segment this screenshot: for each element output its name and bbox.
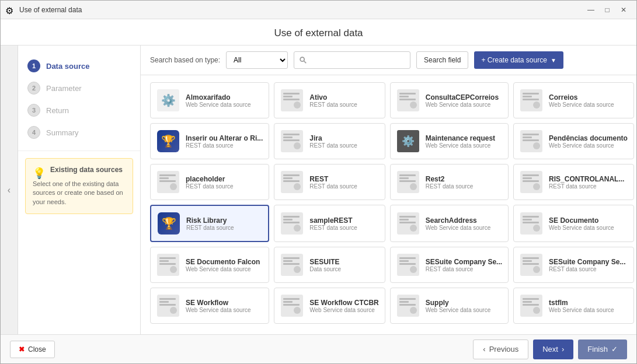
card-icon: [280, 212, 304, 235]
sidebar-divider: [18, 150, 140, 151]
svg-line-1: [304, 61, 307, 64]
data-card-24[interactable]: tstflm Web Service data source: [513, 288, 634, 324]
card-name: SESuite Company Se...: [426, 258, 502, 266]
data-card-17[interactable]: SE Documento Falcon Web Service data sou…: [150, 247, 269, 283]
card-type: REST data source: [426, 183, 474, 190]
card-info: ConsultaCEPCorreios Web Service data sou…: [426, 93, 499, 108]
window-title: Use of external data: [19, 6, 583, 14]
data-card-7[interactable]: ⚙️ Maintenance request Web Service data …: [390, 123, 509, 159]
card-icon: [396, 170, 420, 194]
generic-icon: [157, 295, 179, 317]
step-2[interactable]: 2 Parameter: [18, 77, 140, 99]
card-type: REST data source: [309, 225, 357, 231]
card-icon: [280, 89, 304, 112]
card-info: Inserir ou Alterar o Ri... REST data sou…: [186, 134, 263, 149]
sidebar-toggle[interactable]: ‹: [1, 46, 18, 334]
card-info: Maintenance request Web Service data sou…: [426, 134, 495, 149]
card-info: Pendências documento Web Service data so…: [549, 134, 628, 149]
card-info: SESUITE Data source: [309, 258, 341, 272]
close-icon: ✖: [19, 345, 25, 354]
card-type: Data source: [309, 266, 341, 272]
next-button[interactable]: Next ›: [533, 340, 573, 359]
card-name: Ativo: [309, 93, 357, 102]
check-icon: ✓: [611, 345, 618, 354]
step-2-label: Parameter: [46, 84, 82, 93]
card-icon: [280, 294, 304, 317]
data-card-13[interactable]: 🏆 Risk Library REST data source: [150, 205, 269, 242]
search-icon: [299, 56, 307, 64]
previous-button[interactable]: ‹ Previous: [473, 340, 528, 359]
card-info: SE Documento Falcon Web Service data sou…: [186, 258, 260, 272]
generic-icon: [520, 254, 542, 276]
step-2-num: 2: [27, 82, 40, 94]
data-card-20[interactable]: SESuite Company Se... REST data source: [513, 247, 634, 283]
chevron-left-icon: ‹: [483, 345, 485, 354]
data-card-1[interactable]: ⚙️ Almoxarifado Web Service data source: [150, 82, 269, 118]
minimize-button[interactable]: —: [583, 2, 599, 18]
card-name: placeholder: [186, 175, 234, 183]
data-card-3[interactable]: ConsultaCEPCorreios Web Service data sou…: [390, 82, 509, 118]
search-input[interactable]: [307, 56, 405, 64]
card-name: SESUITE: [309, 258, 341, 266]
card-name: Rest2: [426, 175, 474, 183]
card-icon: [396, 294, 420, 317]
data-card-12[interactable]: RIS_CONTROLANAL... REST data source: [513, 164, 634, 200]
card-icon: [520, 294, 543, 317]
finish-button[interactable]: Finish ✓: [578, 340, 627, 359]
data-card-9[interactable]: placeholder REST data source: [150, 164, 269, 200]
generic-icon: [520, 130, 542, 152]
existing-sources-title: Existing data sources: [33, 166, 126, 174]
step-4-label: Summary: [46, 128, 79, 137]
card-name: SearchAddress: [426, 216, 491, 225]
data-card-23[interactable]: Supply Web Service data source: [390, 288, 509, 324]
data-card-22[interactable]: SE Workflow CTCBR Web Service data sourc…: [274, 288, 385, 324]
data-card-19[interactable]: SESuite Company Se... REST data source: [390, 247, 509, 283]
search-field-button[interactable]: Search field: [416, 51, 468, 69]
card-type: Web Service data source: [186, 102, 251, 108]
card-type: REST data source: [309, 183, 357, 190]
create-data-source-button[interactable]: + Create data source ▼: [474, 51, 563, 69]
data-card-10[interactable]: REST REST data source: [274, 164, 385, 200]
footer-left: ✖ Close: [10, 341, 473, 358]
step-1-label: Data source: [46, 62, 89, 71]
window-controls: — □ ✕: [583, 2, 632, 18]
data-card-2[interactable]: Ativo REST data source: [274, 82, 385, 118]
card-type: Web Service data source: [426, 142, 495, 149]
generic-icon: [397, 89, 419, 111]
card-info: tstflm Web Service data source: [549, 299, 614, 313]
card-name: SE Documento Falcon: [186, 258, 260, 266]
data-card-5[interactable]: 🏆 Inserir ou Alterar o Ri... REST data s…: [150, 123, 269, 159]
type-select[interactable]: All REST Web Service Data source: [226, 51, 288, 69]
card-icon: ⚙️: [396, 130, 420, 153]
card-info: Ativo REST data source: [309, 93, 357, 108]
step-1-num: 1: [27, 60, 40, 72]
data-card-11[interactable]: Rest2 REST data source: [390, 164, 509, 200]
data-card-15[interactable]: SearchAddress Web Service data source: [390, 205, 509, 242]
data-card-14[interactable]: sampleREST REST data source: [274, 205, 385, 242]
maximize-button[interactable]: □: [599, 2, 615, 18]
card-info: SE Documento Web Service data source: [549, 216, 614, 231]
data-card-6[interactable]: Jira REST data source: [274, 123, 385, 159]
card-info: SESuite Company Se... REST data source: [426, 258, 502, 272]
generic-icon: [281, 171, 303, 193]
chevron-down-icon: ▼: [551, 57, 556, 64]
close-window-button[interactable]: ✕: [615, 2, 632, 18]
step-4[interactable]: 4 Summary: [18, 121, 140, 144]
close-button[interactable]: ✖ Close: [10, 341, 55, 358]
data-card-21[interactable]: SE Workflow Web Service data source: [150, 288, 269, 324]
card-type: Web Service data source: [186, 266, 260, 272]
data-card-18[interactable]: SESUITE Data source: [274, 247, 385, 283]
data-card-8[interactable]: Pendências documento Web Service data so…: [513, 123, 634, 159]
card-icon: ⚙️: [156, 89, 180, 112]
card-name: SE Workflow CTCBR: [309, 299, 378, 307]
generic-icon: [397, 212, 419, 235]
data-card-4[interactable]: Correios Web Service data source: [513, 82, 634, 118]
step-3[interactable]: 3 Return: [18, 99, 140, 121]
card-icon: [396, 212, 420, 235]
existing-sources-text: Select one of the existing data sources …: [33, 180, 126, 206]
footer: ✖ Close ‹ Previous Next › Finish ✓: [1, 334, 636, 363]
card-type: Web Service data source: [549, 225, 614, 231]
data-card-16[interactable]: SE Documento Web Service data source: [513, 205, 634, 242]
step-1[interactable]: 1 Data source: [18, 55, 140, 77]
generic-icon: [281, 295, 303, 317]
